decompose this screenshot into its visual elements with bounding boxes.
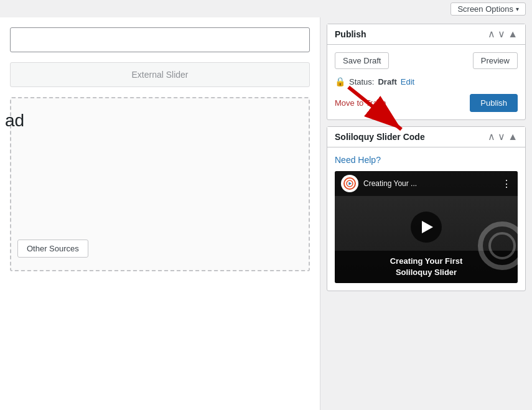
partial-text: ad bbox=[5, 111, 24, 131]
title-input[interactable] bbox=[10, 27, 310, 52]
chevron-down-icon: ▾ bbox=[516, 6, 519, 12]
video-dots-menu[interactable]: ⋮ bbox=[502, 178, 511, 190]
slider-collapse-down-icon[interactable]: ∨ bbox=[498, 132, 505, 142]
video-watermark bbox=[477, 221, 518, 271]
publish-label: Publish bbox=[480, 98, 507, 108]
slider-code-metabox-title: Soliloquy Slider Code bbox=[335, 132, 488, 142]
slider-code-metabox-header: Soliloquy Slider Code ∧ ∨ ▲ bbox=[327, 127, 525, 147]
svg-point-2 bbox=[480, 224, 518, 268]
status-prefix: Status: bbox=[349, 77, 374, 86]
video-caption-line2: Soliloquy Slider bbox=[396, 268, 457, 277]
svg-point-3 bbox=[490, 233, 515, 258]
slider-collapse-up-icon[interactable]: ∧ bbox=[488, 132, 495, 142]
collapse-up-icon[interactable]: ∧ bbox=[488, 29, 495, 39]
publish-metabox-controls: ∧ ∨ ▲ bbox=[488, 29, 518, 39]
video-caption-line1: Creating Your First bbox=[390, 256, 463, 266]
external-slider-text: External Slider bbox=[131, 70, 188, 80]
publish-footer: Move to Trash Publish bbox=[335, 94, 518, 112]
play-button[interactable] bbox=[411, 212, 442, 243]
preview-button[interactable]: Preview bbox=[473, 52, 518, 69]
collapse-down-icon[interactable]: ∨ bbox=[498, 29, 505, 39]
publish-metabox-title: Publish bbox=[335, 29, 488, 39]
publish-metabox-body: Save Draft Preview 🔒 Status: Draft Edit … bbox=[327, 45, 525, 119]
save-draft-button[interactable]: Save Draft bbox=[335, 52, 389, 69]
video-top-bar: Creating Your ... ⋮ bbox=[335, 171, 518, 196]
external-slider-label: External Slider bbox=[10, 62, 310, 87]
play-icon-small bbox=[346, 180, 353, 187]
top-bar: Screen Options ▾ bbox=[0, 0, 532, 17]
publish-actions: Save Draft Preview bbox=[335, 52, 518, 69]
status-value: Draft bbox=[378, 77, 396, 86]
right-panel: Publish ∧ ∨ ▲ Save Draft Preview bbox=[320, 17, 532, 410]
video-channel-icon bbox=[341, 175, 358, 192]
publish-button[interactable]: Publish bbox=[470, 94, 518, 112]
video-title-text: Creating Your ... bbox=[363, 179, 497, 188]
publish-metabox: Publish ∧ ∨ ▲ Save Draft Preview bbox=[327, 24, 526, 120]
save-draft-label: Save Draft bbox=[343, 56, 381, 65]
collapse-triangle-icon[interactable]: ▲ bbox=[508, 29, 518, 39]
need-help-link[interactable]: Need Help? bbox=[335, 155, 518, 165]
main-area: External Slider ad Other Sources Publish… bbox=[0, 17, 532, 410]
publish-status-row: 🔒 Status: Draft Edit bbox=[335, 77, 518, 86]
video-icon-inner bbox=[343, 177, 356, 190]
screen-options-label: Screen Options bbox=[457, 4, 513, 14]
screen-options-button[interactable]: Screen Options ▾ bbox=[450, 2, 526, 16]
svg-marker-1 bbox=[349, 182, 352, 185]
other-sources-button[interactable]: Other Sources bbox=[17, 240, 88, 258]
preview-label: Preview bbox=[481, 56, 510, 65]
status-edit-link[interactable]: Edit bbox=[401, 77, 414, 86]
slider-code-metabox-body: Need Help? Creating Your ... bbox=[327, 147, 525, 291]
move-to-trash-link[interactable]: Move to Trash bbox=[335, 98, 386, 108]
slider-code-metabox-controls: ∧ ∨ ▲ bbox=[488, 132, 518, 142]
publish-metabox-header: Publish ∧ ∨ ▲ bbox=[327, 24, 525, 45]
lock-icon: 🔒 bbox=[335, 77, 345, 86]
video-thumbnail: Creating Your ... ⋮ Creating Your First … bbox=[335, 171, 518, 283]
play-triangle-icon bbox=[422, 221, 433, 233]
slider-collapse-triangle-icon[interactable]: ▲ bbox=[508, 132, 518, 142]
slider-code-metabox: Soliloquy Slider Code ∧ ∨ ▲ Need Help? bbox=[327, 126, 526, 291]
other-sources-label: Other Sources bbox=[27, 244, 79, 253]
content-dashed-area: ad Other Sources bbox=[10, 97, 310, 271]
left-panel: External Slider ad Other Sources bbox=[0, 17, 320, 410]
